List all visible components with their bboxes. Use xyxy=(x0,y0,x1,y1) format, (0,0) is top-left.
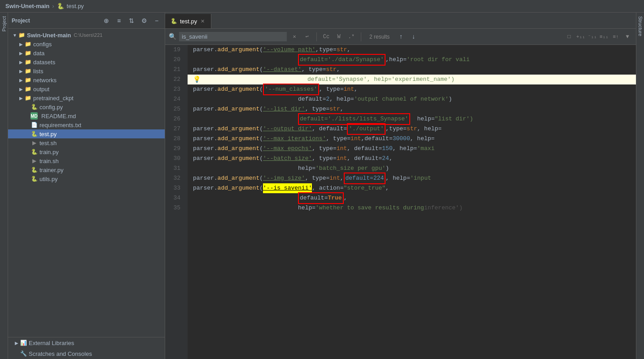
scratches-label: Scratches and Consoles xyxy=(29,350,92,357)
l24-t4: 'output channel of network' xyxy=(354,94,449,104)
filter-button[interactable]: ▼ xyxy=(622,32,632,42)
search-input[interactable] xyxy=(179,32,287,41)
l21-t7: , xyxy=(337,65,340,75)
l21-t2: add_argument xyxy=(218,65,260,75)
l26-t3: help= xyxy=(410,114,435,124)
line-num-30: 30 xyxy=(165,154,184,164)
align-button[interactable]: ≡↑ xyxy=(611,32,621,42)
sidebar-item-lists[interactable]: ▶ 📁 lists xyxy=(8,66,165,75)
l29-t6: int xyxy=(337,144,347,154)
sidebar-item-train-sh[interactable]: ▶ train.sh xyxy=(8,156,165,165)
line-num-22: 22 xyxy=(165,75,184,84)
sidebar-item-requirements[interactable]: 📄 requirements.txt xyxy=(8,120,165,129)
match-case-button[interactable]: Cc xyxy=(321,32,331,42)
l19-t3: ( xyxy=(259,45,263,55)
sidebar-item-train-py[interactable]: 🐍 train.py xyxy=(8,147,165,156)
sidebar-item-test-sh[interactable]: ▶ test.sh xyxy=(8,138,165,147)
l22-t5: ) xyxy=(451,75,455,84)
sidebar-item-datasets[interactable]: ▶ 📁 datasets xyxy=(8,58,165,66)
l28-t4: '--max_iterations' xyxy=(263,134,326,144)
l22-t2: 'Synapse' xyxy=(335,75,367,84)
data-arrow: ▶ xyxy=(18,51,24,56)
l22-t4: 'experiment_name' xyxy=(391,75,451,84)
sidebar-item-pretrained[interactable]: ▶ 📁 pretrained_ckpt xyxy=(8,93,165,102)
sidebar-item-data[interactable]: ▶ 📁 data xyxy=(8,49,165,58)
sidebar-item-config-py[interactable]: 🐍 config.py xyxy=(8,102,165,111)
settings-icon[interactable]: ⚙ xyxy=(140,16,149,25)
l27-t4: '--output_dir' xyxy=(263,124,312,134)
l24-t3: , help= xyxy=(329,94,354,104)
l19-t4: '--volume_path' xyxy=(263,45,315,55)
tab-file-icon: 🐍 xyxy=(171,18,177,24)
sidebar-item-scratches[interactable]: 🔧 Scratches and Consoles xyxy=(8,348,165,359)
networks-label: networks xyxy=(33,77,57,84)
code-line-30: parser.add_argument('--batch_size', type… xyxy=(188,154,636,164)
output-folder-icon: 📁 xyxy=(24,85,31,93)
eq-ii-button[interactable]: ≡ᵢᵢ xyxy=(599,32,609,42)
line-num-28: 28 xyxy=(165,134,184,144)
expand-button[interactable]: □ xyxy=(564,32,574,42)
file-icon: 🐍 xyxy=(57,3,64,9)
sidebar-item-test-py[interactable]: 🐍 test.py xyxy=(8,129,165,138)
l30-t9: , xyxy=(389,154,393,164)
req-icon: 📄 xyxy=(31,121,38,129)
code-content[interactable]: parser.add_argument('--volume_path', typ… xyxy=(188,45,636,359)
l27-t2: add_argument xyxy=(218,124,260,134)
l32-t6: int xyxy=(329,173,340,183)
trainer-icon: 🐍 xyxy=(31,166,38,173)
code-line-23: parser.add_argument('--num_classes', typ… xyxy=(188,84,636,94)
plus-ii-button[interactable]: +ᵢᵢ xyxy=(576,32,586,42)
sidebar-item-networks[interactable]: ▶ 📁 networks xyxy=(8,75,165,84)
sidebar-item-configs[interactable]: ▶ 📁 configs xyxy=(8,40,165,49)
expand-icon[interactable]: ⇅ xyxy=(127,16,136,25)
add-icon[interactable]: ⊕ xyxy=(102,16,111,25)
l26-t1 xyxy=(193,114,298,124)
l33-t2: add_argument xyxy=(218,183,260,193)
collapse-all-icon[interactable]: ≡ xyxy=(114,16,123,25)
trainpy-icon: 🐍 xyxy=(31,148,38,155)
sidebar-item-output[interactable]: ▶ 📁 output xyxy=(8,84,165,93)
project-side-label[interactable]: Project xyxy=(0,13,8,35)
tab-test-py[interactable]: 🐍 test.py ✕ xyxy=(165,14,211,28)
search-back-button[interactable]: ↩ xyxy=(302,32,312,42)
l20-t2: default='./data/Synapse' xyxy=(298,54,386,66)
pretrained-label: pretrained_ckpt xyxy=(33,95,74,102)
l33-t4: '--is_savenii' xyxy=(263,183,312,193)
l32-t8: default=224 xyxy=(344,173,386,184)
code-line-31: help='batch_size per gpu') xyxy=(188,164,636,173)
prev-result-button[interactable]: ↑ xyxy=(396,32,406,42)
sidebar-item-trainer[interactable]: 🐍 trainer.py xyxy=(8,165,165,174)
lightbulb-icon[interactable]: 💡 xyxy=(193,75,201,84)
search-close-button[interactable]: ✕ xyxy=(289,32,299,42)
search-divider2 xyxy=(361,32,361,41)
l20-t4: help= xyxy=(389,55,407,65)
l20-t5: 'root dir for vali xyxy=(407,55,469,65)
regex-button[interactable]: .* xyxy=(346,32,356,42)
l32-t5: , type= xyxy=(305,173,330,183)
sidebar-item-readme[interactable]: MD README.md xyxy=(8,111,165,120)
l30-t3: ( xyxy=(259,154,263,164)
l32-t7: , xyxy=(340,173,344,183)
minus-ii-button[interactable]: ⁻ᵢᵢ xyxy=(587,32,597,42)
next-result-button[interactable]: ↓ xyxy=(408,32,418,42)
code-line-25: parser.add_argument('--list_dir', type=s… xyxy=(188,104,636,114)
sidebar-item-utils[interactable]: 🐍 utils.py xyxy=(8,174,165,183)
sidebar-item-external-libs[interactable]: ▶ 📊 External Libraries xyxy=(8,337,165,348)
l21-t6: str xyxy=(326,65,336,75)
match-word-button[interactable]: W xyxy=(334,32,344,42)
sidebar: Project ⊕ ≡ ⇅ ⚙ − ▼ 📁 Swin-Unet-main C:\… xyxy=(8,13,165,359)
structure-label[interactable]: Structure xyxy=(637,13,644,40)
l25-t4: '--list_dir' xyxy=(263,104,305,114)
l30-t8: 24 xyxy=(382,154,389,164)
l25-t3: ( xyxy=(259,104,263,114)
testsh-icon: ▶ xyxy=(31,139,38,146)
config-py-icon: 🐍 xyxy=(31,103,38,111)
l31-t2: 'batch_size per gpu' xyxy=(315,164,386,173)
code-line-29: parser.add_argument('--max_epochs', type… xyxy=(188,144,636,154)
l27-t8: str xyxy=(407,124,417,134)
minimize-icon[interactable]: − xyxy=(152,16,161,25)
tree-root[interactable]: ▼ 📁 Swin-Unet-main C:\Users\221 xyxy=(8,31,165,40)
tab-close-button[interactable]: ✕ xyxy=(200,18,206,25)
tab-label: test.py xyxy=(180,18,197,25)
line-num-32: 32 xyxy=(165,173,184,183)
